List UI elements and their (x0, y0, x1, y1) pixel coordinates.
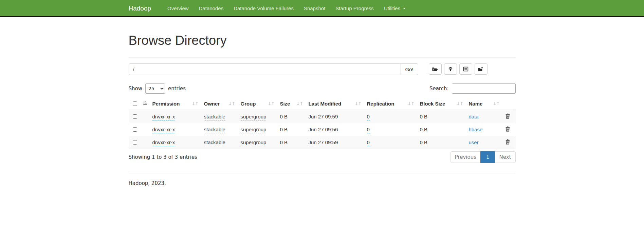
header-block-size[interactable]: Block Size (420, 101, 445, 107)
header-permission[interactable]: Permission (152, 101, 180, 107)
table-body: drwxr-xr-x stackable supergroup 0 B Jun … (129, 110, 516, 149)
pagination-page-1[interactable]: 1 (480, 151, 495, 163)
last-modified-value: Jun 27 09:59 (309, 139, 338, 145)
move-folder-button[interactable] (475, 63, 487, 75)
header-group[interactable]: Group (241, 101, 256, 107)
sort-active-icon[interactable] (143, 101, 147, 107)
main-content: Browse Directory Go! (124, 33, 521, 186)
entries-label: entries (168, 86, 186, 92)
size-value: 0 B (280, 114, 288, 119)
directory-table: Permission↓↑ Owner↓↑ Group↓↑ Size↓↑ Last… (129, 98, 516, 149)
replication-value[interactable]: 0 (367, 139, 370, 146)
replication-value[interactable]: 0 (367, 127, 370, 133)
last-modified-value: Jun 27 09:56 (309, 127, 338, 132)
site-footer: Hadoop, 2023. (129, 180, 516, 186)
trash-icon[interactable] (505, 126, 510, 133)
path-bar: Go! (129, 63, 516, 75)
row-checkbox[interactable] (133, 114, 137, 119)
select-all-checkbox[interactable] (133, 101, 137, 106)
navbar: Hadoop Overview Datanodes Datanode Volum… (0, 0, 644, 17)
trash-icon[interactable] (505, 139, 510, 146)
navbar-brand[interactable]: Hadoop (129, 0, 157, 17)
entries-info: Showing 1 to 3 of 3 entries (129, 154, 197, 160)
header-actions (502, 98, 516, 110)
sort-icon[interactable]: ↓↑ (493, 101, 500, 106)
block-size-value: 0 B (420, 127, 428, 132)
sort-icon[interactable]: ↓↑ (296, 101, 303, 106)
nav-item-datanodes[interactable]: Datanodes (194, 0, 229, 17)
divider-bottom (129, 173, 516, 173)
list-icon (463, 67, 468, 72)
last-modified-value: Jun 27 09:59 (309, 114, 338, 119)
permission-value[interactable]: drwxr-xr-x (152, 139, 175, 146)
pagination: Previous 1 Next (450, 151, 516, 163)
header-replication[interactable]: Replication (367, 101, 394, 107)
show-label: Show (129, 86, 142, 92)
directory-link[interactable]: data (469, 114, 479, 119)
header-size[interactable]: Size (280, 101, 290, 107)
nav-item-utilities[interactable]: Utilities (379, 0, 411, 17)
header-last-modified[interactable]: Last Modified (309, 101, 342, 107)
pagination-next[interactable]: Next (495, 151, 516, 163)
folder-move-icon (478, 67, 484, 72)
pagination-previous[interactable]: Previous (450, 151, 481, 163)
nav-item-snapshot[interactable]: Snapshot (299, 0, 330, 17)
nav-item-overview[interactable]: Overview (162, 0, 194, 17)
file-action-buttons (429, 63, 487, 75)
search-input[interactable] (452, 83, 516, 94)
nav-item-startup-progress[interactable]: Startup Progress (330, 0, 379, 17)
directory-link[interactable]: hbase (469, 127, 483, 132)
trash-icon[interactable] (505, 113, 510, 120)
sort-icon[interactable]: ↓↑ (192, 101, 199, 106)
sort-icon[interactable]: ↓↑ (355, 101, 362, 106)
folder-open-icon (432, 67, 438, 72)
permission-value[interactable]: drwxr-xr-x (152, 114, 175, 120)
group-value[interactable]: supergroup (241, 114, 266, 120)
search-label: Search: (429, 86, 449, 92)
owner-value[interactable]: stackable (204, 139, 225, 146)
sort-icon[interactable]: ↓↑ (228, 101, 235, 106)
size-value: 0 B (280, 139, 288, 145)
upload-icon (448, 67, 453, 72)
go-button[interactable]: Go! (401, 63, 418, 75)
owner-value[interactable]: stackable (204, 114, 225, 120)
permission-value[interactable]: drwxr-xr-x (152, 127, 175, 133)
divider-top (129, 57, 516, 58)
list-view-button[interactable] (459, 63, 472, 75)
table-controls: Show 25 entries Search: (129, 83, 516, 94)
caret-down-icon (403, 8, 406, 9)
sort-icon[interactable]: ↓↑ (457, 101, 463, 106)
group-value[interactable]: supergroup (241, 139, 266, 146)
row-checkbox[interactable] (133, 127, 137, 132)
open-folder-button[interactable] (429, 63, 442, 75)
path-input-group: Go! (129, 63, 418, 75)
nav-item-datanode-volume-failures[interactable]: Datanode Volume Failures (228, 0, 299, 17)
owner-value[interactable]: stackable (204, 127, 225, 133)
utilities-label: Utilities (384, 0, 400, 17)
table-footer: Showing 1 to 3 of 3 entries Previous 1 N… (129, 151, 516, 163)
table-row: drwxr-xr-x stackable supergroup 0 B Jun … (129, 123, 516, 136)
sort-icon[interactable]: ↓↑ (408, 101, 415, 106)
header-name[interactable]: Name (469, 101, 483, 107)
directory-path-input[interactable] (129, 63, 401, 75)
page-size-select[interactable]: 25 (145, 83, 165, 94)
sort-icon[interactable]: ↓↑ (268, 101, 275, 106)
block-size-value: 0 B (420, 139, 428, 145)
page-title: Browse Directory (129, 33, 516, 48)
header-owner[interactable]: Owner (204, 101, 220, 107)
group-value[interactable]: supergroup (241, 127, 266, 133)
navbar-menu: Overview Datanodes Datanode Volume Failu… (162, 0, 411, 17)
directory-link[interactable]: user (469, 139, 479, 145)
block-size-value: 0 B (420, 114, 428, 119)
upload-file-button[interactable] (444, 63, 457, 75)
table-header-row: Permission↓↑ Owner↓↑ Group↓↑ Size↓↑ Last… (129, 98, 516, 110)
table-row: drwxr-xr-x stackable supergroup 0 B Jun … (129, 110, 516, 123)
replication-value[interactable]: 0 (367, 114, 370, 120)
row-checkbox[interactable] (133, 140, 137, 145)
table-row: drwxr-xr-x stackable supergroup 0 B Jun … (129, 136, 516, 149)
size-value: 0 B (280, 127, 288, 132)
